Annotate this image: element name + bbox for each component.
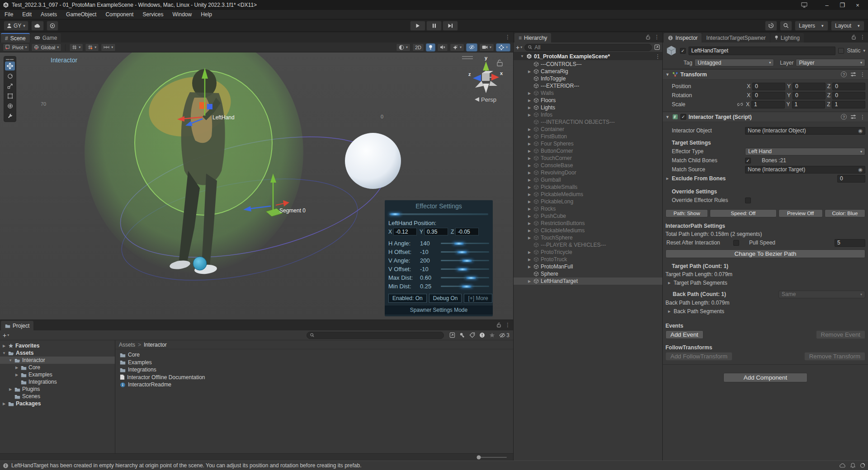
hidden-count-indicator[interactable]: 3 <box>499 332 509 338</box>
project-file-item[interactable]: InteractorReadme <box>120 381 513 389</box>
hierarchy-search-input[interactable]: All <box>524 44 652 51</box>
slider-handle-icon[interactable] <box>456 251 468 253</box>
scene-root-row[interactable]: ▼ 01_ProtoMan ExampleScene* ⋮ <box>514 52 662 60</box>
hierarchy-item[interactable]: ▶CameraRig <box>514 68 662 75</box>
hierarchy-item[interactable]: ▶ConsoleBase <box>514 162 662 169</box>
project-search-input[interactable] <box>307 332 444 339</box>
foldout-arrow-icon[interactable]: ▶ <box>527 207 532 211</box>
kebab-menu-icon[interactable]: ⋮ <box>860 114 865 120</box>
reset-after-interaction-checkbox[interactable] <box>733 240 739 246</box>
add-component-button[interactable]: Add Component <box>723 373 807 382</box>
close-button[interactable]: × <box>850 2 865 9</box>
layers-dropdown[interactable]: Layers ▾ <box>795 21 828 31</box>
menu-edit[interactable]: Edit <box>18 10 36 19</box>
menu-gameobject[interactable]: GameObject <box>61 10 101 19</box>
foldout-arrow-icon[interactable]: ▶ <box>527 178 532 182</box>
foldout-arrow-icon[interactable]: ▶ <box>527 229 532 233</box>
kebab-menu-icon[interactable]: ⋮ <box>860 34 865 40</box>
project-tree-item[interactable]: ▶Core <box>0 364 115 371</box>
spawner-settings-mode-button[interactable]: Spawner Settings Mode <box>385 306 493 315</box>
object-picker-icon[interactable]: ◉ <box>858 128 863 134</box>
foldout-arrow-icon[interactable]: ▶ <box>527 99 532 103</box>
interactor-target-component-header[interactable]: ▼ # ✓ Interactor Target (Script) ? ⋮ <box>663 112 868 122</box>
foldout-arrow-icon[interactable]: ▶ <box>527 164 532 168</box>
foldout-arrow-icon[interactable]: ▶ <box>2 344 6 348</box>
remove-transform-button[interactable]: Remove Transform <box>804 352 865 361</box>
effector-slider[interactable] <box>441 251 489 253</box>
add-event-button[interactable]: Add Event <box>665 330 703 339</box>
kebab-menu-icon[interactable]: ⋮ <box>505 322 510 328</box>
project-tree-item[interactable]: Scenes <box>0 393 115 400</box>
unlock-icon[interactable] <box>646 34 651 40</box>
transform-tool-button[interactable] <box>5 101 15 110</box>
foldout-arrow-icon[interactable]: ▶ <box>527 279 532 283</box>
foldout-arrow-icon[interactable]: ▶ <box>8 387 13 391</box>
position-z-field[interactable]: 0 <box>832 83 865 90</box>
tab-hierarchy[interactable]: ≡ Hierarchy <box>514 33 551 42</box>
effector-type-dropdown[interactable]: Left Hand▾ <box>745 148 865 155</box>
slider-handle-icon[interactable] <box>465 277 477 279</box>
maximize-button[interactable]: ❐ <box>835 2 850 9</box>
gizmos-dropdown[interactable]: ▾ <box>496 43 510 52</box>
scale-z-field[interactable]: 1 <box>832 101 865 108</box>
effector-slider[interactable] <box>441 277 489 278</box>
bell-icon[interactable] <box>850 463 855 468</box>
gameobject-name-field[interactable]: LeftHandTarget <box>689 47 835 55</box>
hierarchy-item[interactable]: ▶RestrictionButtons <box>514 220 662 227</box>
create-gameobject-button[interactable]: +▾ <box>516 44 522 51</box>
tab-interactortargetspawner[interactable]: InteractorTargetSpawner <box>702 33 769 42</box>
hierarchy-item[interactable]: ▶PickableMediums <box>514 191 662 198</box>
foldout-arrow-icon[interactable]: ▶ <box>527 171 532 175</box>
hierarchy-item[interactable]: ▶PickableLong <box>514 198 662 205</box>
hierarchy-item[interactable]: InfoToggle <box>514 75 662 82</box>
rect-tool-button[interactable] <box>5 91 15 100</box>
hierarchy-item[interactable]: ▶Rocks <box>514 205 662 212</box>
tag-dropdown[interactable]: Untagged▾ <box>694 59 774 66</box>
pull-speed-field[interactable]: 5 <box>835 239 865 247</box>
hierarchy-item[interactable]: ▶Floors <box>514 97 662 104</box>
label-icon[interactable] <box>469 332 475 338</box>
kebab-menu-icon[interactable]: ⋮ <box>860 71 865 78</box>
effector-button[interactable]: Enabled: On <box>388 294 427 303</box>
foldout-arrow-icon[interactable]: ▶ <box>527 214 532 218</box>
layer-dropdown[interactable]: Player▾ <box>796 59 865 66</box>
chevron-down-icon[interactable]: ▾ <box>863 48 865 53</box>
help-icon[interactable]: ? <box>841 71 847 77</box>
global-dropdown[interactable]: Global▾ <box>31 43 61 52</box>
hierarchy-item[interactable]: ▶ProtoManFull <box>514 263 662 270</box>
object-picker-icon[interactable]: ◉ <box>858 167 863 173</box>
rotation-y-field[interactable]: 0 <box>793 92 826 99</box>
link-scale-icon[interactable] <box>737 102 743 107</box>
project-tree-item[interactable]: ▼Assets <box>0 349 115 357</box>
tab-lighting[interactable]: Lighting <box>770 33 804 42</box>
slider-handle-icon[interactable] <box>461 259 473 262</box>
back-path-segments-foldout[interactable]: ►Back Path Segments <box>665 307 866 315</box>
scene-visibility-toggle[interactable] <box>466 43 477 52</box>
hierarchy-item[interactable]: ---INTERACTION OBJECTS--- <box>514 118 662 126</box>
foldout-arrow-icon[interactable]: ▶ <box>527 236 532 240</box>
hierarchy-item[interactable]: ▶Container <box>514 126 662 133</box>
project-tree-item[interactable]: ▶Packages <box>0 400 115 407</box>
slider-handle-icon[interactable] <box>453 242 465 244</box>
kebab-menu-icon[interactable]: ⋮ <box>655 53 660 60</box>
hierarchy-item[interactable]: ▶Four Spheres <box>514 140 662 147</box>
match-source-field[interactable]: None (Interactor Target) ◉ <box>745 166 865 174</box>
thumbnail-zoom-slider[interactable] <box>477 457 507 458</box>
menu-window[interactable]: Window <box>168 10 196 19</box>
foldout-arrow-icon[interactable]: ▶ <box>2 402 6 406</box>
increment-snap-button[interactable]: ▾ <box>85 43 99 52</box>
audio-mute-toggle[interactable] <box>437 43 448 52</box>
component-enabled-checkbox[interactable]: ✓ <box>680 114 686 120</box>
foldout-arrow-icon[interactable]: ▶ <box>527 156 532 160</box>
position-x-field[interactable]: 0 <box>752 83 785 90</box>
breadcrumb-current[interactable]: Interactor <box>144 342 167 348</box>
slider-handle-icon[interactable] <box>461 285 472 287</box>
hierarchy-item[interactable]: ---CONTROLS--- <box>514 61 662 68</box>
open-search-window-icon[interactable] <box>654 44 660 50</box>
scale-tool-button[interactable] <box>5 81 15 90</box>
hierarchy-item[interactable]: ▶TouchCorner <box>514 155 662 162</box>
asset-bundle-icon[interactable] <box>459 332 465 338</box>
effector-x-input[interactable]: -0.12 <box>393 228 417 235</box>
active-checkbox[interactable]: ✓ <box>680 48 686 54</box>
project-file-item[interactable]: Integrations <box>120 366 513 374</box>
